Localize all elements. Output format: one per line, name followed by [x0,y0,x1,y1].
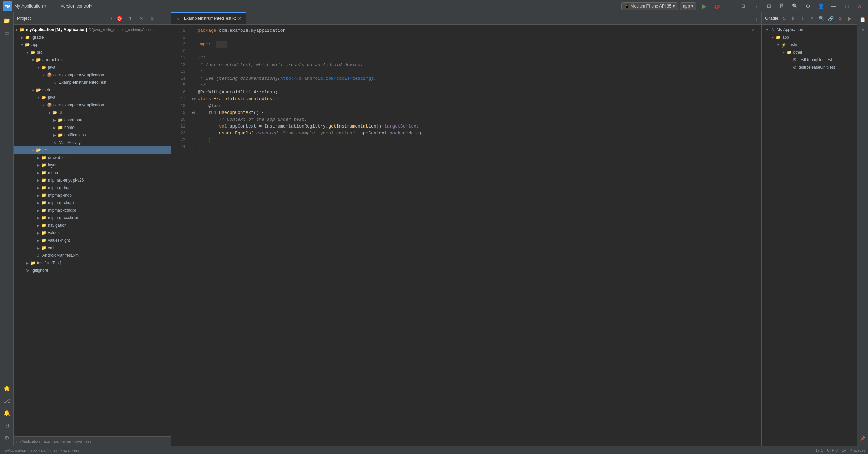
more-run-options[interactable]: ⋯ [724,1,735,11]
gradle-more-btn[interactable]: ▶ [846,14,854,23]
status-line-col[interactable]: 17:1 [816,448,823,452]
gradle-root[interactable]: ▾ A My Application [762,26,857,34]
profiler-button[interactable]: ∿ [750,1,761,11]
version-control-label[interactable]: Version control [61,3,90,9]
tree-item-xml[interactable]: ▶ 📁 xml [14,244,171,252]
code-line-3: import ... [191,41,761,48]
androidtest-arrow: ▾ [30,57,36,63]
locate-file-btn[interactable]: 🎯 [115,14,123,23]
tree-item-main[interactable]: ▾ 📂 main [14,86,171,94]
gradle-test-release[interactable]: ▶ ⚙ testReleaseUnitTest [762,64,857,71]
right-bookmarks-icon[interactable]: 📑 [858,15,868,25]
plugins-icon[interactable]: ⭐ [1,383,12,394]
minimize-panel-btn[interactable]: — [159,14,167,23]
app-target-selector[interactable]: app ▾ [680,2,696,10]
tree-item-unittest[interactable]: ▶ 📁 test [unitTest] [14,259,171,267]
collapse-all-btn[interactable]: ✕ [137,14,145,23]
notifications-icon[interactable]: 🔔 [1,408,12,418]
panel-settings-btn[interactable]: ⚙ [148,14,156,23]
tree-item-menu[interactable]: ▶ 📁 menu [14,169,171,176]
gradle-other[interactable]: ▾ 📁 other [762,49,857,56]
tree-item-mipmap-hdpi[interactable]: ▶ 📁 mipmap-hdpi [14,184,171,191]
minimize-button[interactable]: — [828,1,839,11]
tree-item-mipmap-xxxhdpi[interactable]: ▶ 📁 mipmap-xxxhdpi [14,214,171,222]
tree-item-app[interactable]: ▾ 📂 app [14,41,171,49]
tree-item-home[interactable]: ▶ 📁 home [14,124,171,131]
tab-example-test[interactable]: K ExampleInstrumentedTest.kt ✕ [171,12,246,24]
gradle-up-btn[interactable]: ↑ [799,14,807,23]
status-utf8[interactable]: UTF-8 [827,448,838,452]
tree-item-layout[interactable]: ▶ 📁 layout [14,161,171,169]
close-button[interactable]: ✕ [854,1,865,11]
status-lf[interactable]: LF [842,448,846,452]
tree-item-mipmap-anydpi[interactable]: ▶ 📁 mipmap-anydpi-v26 [14,176,171,184]
res-arrow: ▾ [30,147,36,153]
version-dropdown-chevron[interactable]: ▾ [90,4,92,9]
tree-item-java-main[interactable]: ▾ 📂 java [14,94,171,101]
debug-button[interactable]: 🐞 [711,1,722,11]
run-button[interactable]: ▶ [698,1,709,11]
gradle-test-debug[interactable]: ▶ ⚙ testDebugUnitTest [762,56,857,64]
line-1: 1 [171,27,185,34]
status-path[interactable]: myApplication > app > src > main > java … [3,448,79,452]
expand-all-btn[interactable]: ⬆ [126,14,134,23]
tree-item-root[interactable]: ▾ 📂 myApplication [My Application] D:\ja… [14,26,171,34]
settings-button[interactable]: ⚙ [802,1,813,11]
layout-inspector-button[interactable]: ⊞ [763,1,774,11]
dashboard-arrow: ▶ [52,117,57,123]
hamburger-icon[interactable]: ☰ [1,27,12,38]
tree-item-mipmap-mdpi[interactable]: ▶ 📁 mipmap-mdpi [14,191,171,199]
git-icon[interactable]: ⎇ [1,395,12,406]
gradle-cross-btn[interactable]: ✕ [808,14,816,23]
gradle-search-btn[interactable]: 🔍 [817,14,826,23]
settings-sidebar-icon[interactable]: ⚙ [1,432,12,443]
tree-item-mainactivity[interactable]: ▶ K MainActivity [14,139,171,146]
tree-item-navigation[interactable]: ▶ 📁 navigation [14,222,171,229]
tree-item-example-test[interactable]: ▶ K ExampleInstrumentedTest [14,79,171,86]
tree-item-androidtest[interactable]: ▾ 📂 androidTest [14,56,171,64]
project-panel-title: Project [17,16,108,21]
run-manager-button[interactable]: ⊡ [737,1,748,11]
right-pin-icon[interactable]: 📌 [858,433,868,443]
project-tool-icon[interactable]: 📁 [1,15,12,26]
layout-arrow: ▶ [36,162,41,168]
account-button[interactable]: 👤 [815,1,826,11]
gradle-download-btn[interactable]: ⬇ [789,14,798,23]
tree-item-ui[interactable]: ▾ 📂 ui [14,109,171,116]
maximize-button[interactable]: □ [841,1,852,11]
tree-item-androidmanifest[interactable]: ▶ 🗋 AndroidManifest.xml [14,252,171,259]
gradle-tasks[interactable]: ▾ ⚡ Tasks [762,41,857,49]
right-structure-icon[interactable]: ⊞ [858,26,868,36]
tree-item-dashboard[interactable]: ▶ 📁 dashboard [14,116,171,124]
tree-item-res[interactable]: ▾ 📂 res [14,146,171,154]
tab-more-btn[interactable]: ⋮ [752,13,761,24]
terminal-icon[interactable]: ⊡ [1,420,12,431]
unittest-arrow: ▶ [25,260,30,266]
tree-item-mipmap-xhdpi[interactable]: ▶ 📁 mipmap-xhdpi [14,199,171,206]
tree-item-values[interactable]: ▶ 📁 values [14,229,171,237]
tree-item-drawable[interactable]: ▶ 📁 drawable [14,154,171,161]
gradle-settings-btn[interactable]: ⚙ [836,14,844,23]
gradle-link-btn[interactable]: 🔗 [827,14,835,23]
status-indent[interactable]: 4 spaces [850,448,865,452]
navigation-arrow: ▶ [36,223,41,228]
tree-item-values-night[interactable]: ▶ 📁 values-night [14,237,171,244]
search-everywhere[interactable]: 🔍 [789,1,800,11]
gradle-app[interactable]: ▾ 📁 app [762,34,857,41]
tree-item-java-android[interactable]: ▾ 📂 java [14,64,171,71]
tree-item-pkg-main[interactable]: ▾ 📦 com.example.myapplication [14,101,171,109]
code-content[interactable]: ✓ package com.example.myapplication impo… [188,25,761,446]
app-dropdown-chevron[interactable]: ▾ [44,4,46,9]
gradle-app-label: app [782,35,789,40]
tree-item-pkg-androidtest[interactable]: ▾ 📦 com.example.myapplication [14,71,171,79]
tree-item-gradle[interactable]: ▶ 📁 .gradle [14,34,171,41]
tree-item-gitignore[interactable]: ▶ ⊘ .gitignore [14,267,171,274]
breadcrumb-app: app [44,439,50,443]
tree-item-src[interactable]: ▾ 📂 src [14,49,171,56]
gradle-sync-btn[interactable]: ↻ [780,14,788,23]
device-selector[interactable]: 📱 Medium Phone API 35 ▾ [621,2,678,10]
database-inspector[interactable]: 🗄 [776,1,787,11]
tree-item-mipmap-xxhdpi[interactable]: ▶ 📁 mipmap-xxhdpi [14,206,171,214]
tab-close-btn[interactable]: ✕ [238,16,242,21]
tree-item-notifications[interactable]: ▶ 📁 notifications [14,131,171,139]
